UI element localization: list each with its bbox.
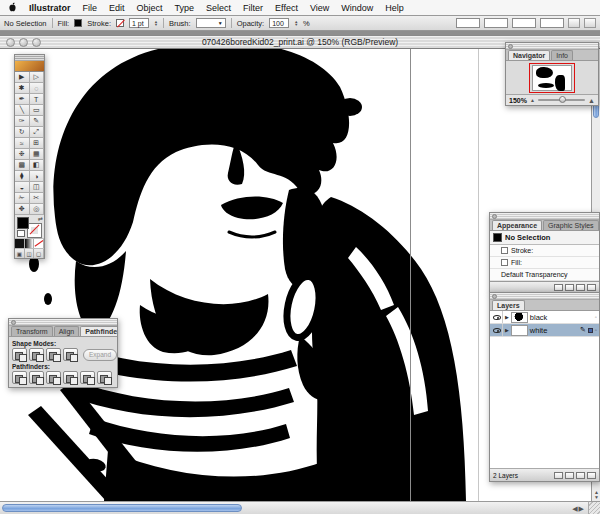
palette-title-bar[interactable] xyxy=(490,293,599,300)
zoom-slider[interactable] xyxy=(538,99,585,101)
pencil-tool[interactable]: ✎ xyxy=(30,116,45,127)
horizontal-scrollbar[interactable]: ◀▶ xyxy=(0,501,588,514)
pen-tool[interactable]: ✒ xyxy=(15,94,30,105)
trim-button[interactable] xyxy=(29,371,44,384)
free-transform-tool[interactable]: ⊞ xyxy=(30,138,45,149)
line-segment-tool[interactable]: ╲ xyxy=(15,105,30,116)
tab-align[interactable]: Align xyxy=(54,326,80,336)
paintbrush-tool[interactable]: ✑ xyxy=(15,116,30,127)
divide-button[interactable] xyxy=(12,371,27,384)
layer-name[interactable]: black xyxy=(530,313,548,322)
scale-tool[interactable]: ⤢ xyxy=(30,127,45,138)
symbol-sprayer-tool[interactable]: ❉ xyxy=(15,149,30,160)
target-circle-icon[interactable]: ◦ xyxy=(595,327,597,333)
layer-row-black[interactable]: ▶ black ◦ xyxy=(490,311,599,324)
layer-name[interactable]: white xyxy=(530,326,548,335)
appearance-row-stroke[interactable]: Stroke: xyxy=(490,245,599,257)
opacity-stepper[interactable]: ▲▼ xyxy=(294,20,298,26)
tab-pathfinder[interactable]: Pathfinder xyxy=(80,326,117,336)
opacity-field[interactable]: 100 xyxy=(269,18,289,28)
minimize-window-button[interactable] xyxy=(19,38,28,47)
live-paint-bucket-tool[interactable]: ◒ xyxy=(15,182,30,193)
delete-item-icon[interactable] xyxy=(587,284,596,291)
warp-tool[interactable]: ≈ xyxy=(15,138,30,149)
menu-item-file[interactable]: File xyxy=(83,3,98,13)
minus-back-button[interactable] xyxy=(97,371,112,384)
new-art-maintains-appearance-icon[interactable] xyxy=(554,284,563,291)
stroke-color-swatch[interactable] xyxy=(28,224,41,237)
appearance-row-fill[interactable]: Fill: xyxy=(490,257,599,269)
crop-button[interactable] xyxy=(63,371,78,384)
hand-tool[interactable]: ✥ xyxy=(15,204,30,215)
new-sublayer-icon[interactable] xyxy=(565,472,574,479)
zoom-in-icon[interactable]: ▲ xyxy=(588,97,595,104)
apple-menu-icon[interactable] xyxy=(8,2,17,13)
blend-tool[interactable]: ◑ xyxy=(30,171,45,182)
menu-item-object[interactable]: Object xyxy=(137,3,163,13)
new-layer-icon[interactable] xyxy=(576,472,585,479)
visibility-toggle[interactable] xyxy=(492,324,503,336)
navigator-view-box[interactable] xyxy=(529,63,575,93)
column-graph-tool[interactable]: ▦ xyxy=(30,149,45,160)
exclude-button[interactable] xyxy=(63,348,78,361)
rectangle-tool[interactable]: ▭ xyxy=(30,105,45,116)
expand-button[interactable]: Expand xyxy=(83,349,117,361)
delete-layer-icon[interactable] xyxy=(587,472,596,479)
stroke-swatch[interactable] xyxy=(116,19,124,27)
tab-graphic-styles[interactable]: Graphic Styles xyxy=(543,220,599,230)
standard-screen-mode-button[interactable]: ▣ xyxy=(15,249,25,258)
duplicate-item-icon[interactable] xyxy=(576,284,585,291)
fill-color-swatch[interactable] xyxy=(17,217,29,229)
visibility-toggle[interactable] xyxy=(492,311,503,323)
stroke-weight-field[interactable]: 1 pt xyxy=(129,18,149,28)
swap-fill-stroke-icon[interactable]: ⇄ xyxy=(38,215,43,222)
menu-item-filter[interactable]: Filter xyxy=(243,3,263,13)
horizontal-scroll-arrows-icon[interactable]: ◀▶ xyxy=(572,504,585,513)
tab-appearance[interactable]: Appearance xyxy=(492,220,542,230)
unite-button[interactable] xyxy=(12,348,27,361)
clear-appearance-icon[interactable] xyxy=(565,284,574,291)
stroke-weight-stepper[interactable]: ▲▼ xyxy=(154,20,158,26)
brush-dropdown[interactable]: ▼ xyxy=(196,18,226,28)
target-circle-icon[interactable]: ◦ xyxy=(595,314,597,320)
window-resize-grip[interactable] xyxy=(588,501,600,514)
expand-triangle-icon[interactable]: ▶ xyxy=(505,314,509,320)
transform-y-field[interactable] xyxy=(484,18,508,28)
gradient-button[interactable] xyxy=(25,239,35,248)
vertical-scroll-arrows-icon[interactable]: ▲▼ xyxy=(592,490,600,500)
slice-tool[interactable]: ✁ xyxy=(15,193,30,204)
tab-info[interactable]: Info xyxy=(551,50,573,60)
magic-wand-tool[interactable]: ✱ xyxy=(15,83,30,94)
lasso-tool[interactable]: ◌ xyxy=(30,83,45,94)
palette-title-bar[interactable] xyxy=(506,43,598,50)
type-tool[interactable]: T xyxy=(30,94,45,105)
merge-button[interactable] xyxy=(46,371,61,384)
expand-triangle-icon[interactable]: ▶ xyxy=(505,327,509,333)
menu-item-help[interactable]: Help xyxy=(385,3,404,13)
menu-item-select[interactable]: Select xyxy=(206,3,231,13)
none-button[interactable] xyxy=(34,239,44,248)
live-paint-selection-tool[interactable]: ◫ xyxy=(30,182,45,193)
fill-swatch[interactable] xyxy=(74,19,82,27)
menu-item-effect[interactable]: Effect xyxy=(275,3,298,13)
color-button[interactable] xyxy=(15,239,25,248)
menu-item-view[interactable]: View xyxy=(310,3,329,13)
default-fill-stroke-icon[interactable] xyxy=(17,230,25,237)
zoom-slider-thumb[interactable] xyxy=(559,96,566,103)
intersect-button[interactable] xyxy=(46,348,61,361)
make-clipping-mask-icon[interactable] xyxy=(554,472,563,479)
appearance-row-transparency[interactable]: Default Transparency xyxy=(490,269,599,281)
navigator-preview[interactable] xyxy=(506,61,598,94)
close-window-button[interactable] xyxy=(6,38,15,47)
tab-layers[interactable]: Layers xyxy=(492,300,525,310)
palettes-icon[interactable] xyxy=(568,18,580,28)
transform-x-field[interactable] xyxy=(456,18,480,28)
direct-selection-tool[interactable]: ▷ xyxy=(30,72,45,83)
zoom-out-icon[interactable]: ▲ xyxy=(530,97,535,103)
mesh-tool[interactable]: ▩ xyxy=(15,160,30,171)
layer-row-white[interactable]: ▶ white ✎ ◦ xyxy=(490,324,599,337)
horizontal-scroll-thumb[interactable] xyxy=(2,504,242,512)
selection-tool[interactable]: ▶ xyxy=(15,72,30,83)
full-screen-menu-mode-button[interactable]: ◫ xyxy=(25,249,35,258)
scissors-tool[interactable]: ✂ xyxy=(30,193,45,204)
